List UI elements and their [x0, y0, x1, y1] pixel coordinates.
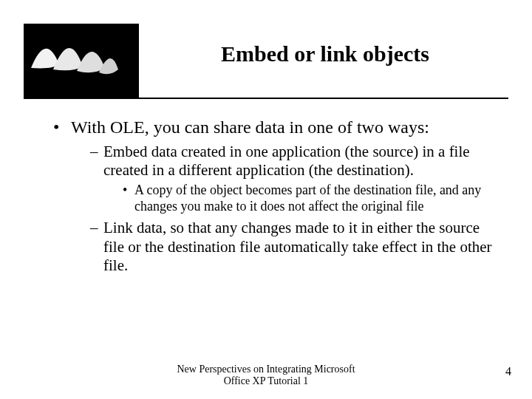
svg-rect-1	[24, 75, 139, 98]
bullet-l1-item: With OLE, you can share data in one of t…	[53, 117, 497, 275]
header-divider	[24, 98, 508, 99]
bullet-l2a-text: Embed data created in one application (t…	[103, 143, 470, 179]
bullet-l2-item: Embed data created in one application (t…	[90, 143, 497, 215]
header-image	[24, 24, 139, 98]
slide-footer: New Perspectives on Integrating Microsof…	[0, 364, 532, 389]
slide-title: Embed or link objects	[148, 41, 502, 66]
slide-header: Embed or link objects	[0, 0, 532, 98]
bullet-list-level1: With OLE, you can share data in one of t…	[53, 117, 497, 275]
bullet-l2b-text: Link data, so that any changes made to i…	[103, 219, 492, 273]
page-number: 4	[505, 365, 511, 378]
bullet-l2-item: Link data, so that any changes made to i…	[90, 219, 497, 275]
bullet-list-level2: Embed data created in one application (t…	[71, 143, 497, 275]
slide-body: With OLE, you can share data in one of t…	[53, 117, 497, 278]
opera-house-icon	[24, 24, 139, 98]
slide: Embed or link objects With OLE, you can …	[0, 0, 532, 399]
bullet-l1-text: With OLE, you can share data in one of t…	[71, 117, 429, 137]
bullet-l3a-text: A copy of the object becomes part of the…	[134, 183, 481, 214]
footer-center-text: New Perspectives on Integrating Microsof…	[163, 364, 369, 387]
bullet-l3-item: A copy of the object becomes part of the…	[123, 183, 497, 214]
bullet-list-level3: A copy of the object becomes part of the…	[103, 183, 497, 214]
